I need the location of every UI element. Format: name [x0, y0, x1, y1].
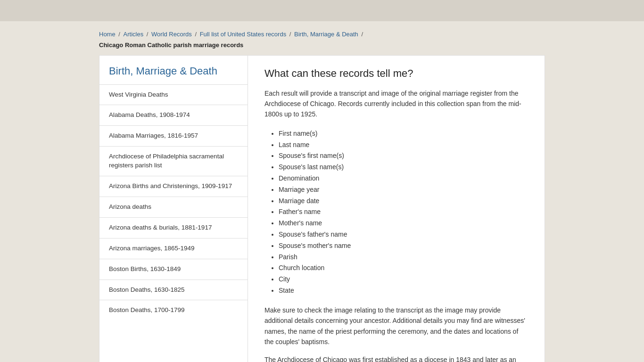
- sidebar-title: Birth, Marriage & Death: [99, 56, 248, 84]
- main-content: Birth, Marriage & Death West Virginia De…: [99, 55, 545, 362]
- list-item: Parish: [279, 252, 528, 263]
- content-title: What can these records tell me?: [264, 67, 528, 80]
- content-fields-list: First name(s) Last name Spouse's first n…: [279, 128, 528, 296]
- breadcrumb-current: Chicago Roman Catholic parish marriage r…: [99, 41, 545, 50]
- list-item: State: [279, 285, 528, 296]
- breadcrumb-us-records[interactable]: Full list of United States records: [200, 31, 287, 38]
- sidebar-link-arizona-deaths-burials[interactable]: Arizona deaths & burials, 1881-1917: [99, 218, 248, 238]
- sidebar-link-boston-births[interactable]: Boston Births, 1630-1849: [99, 259, 248, 280]
- list-item: City: [279, 274, 528, 285]
- list-item: West Virginia Deaths: [99, 84, 248, 105]
- breadcrumb-home[interactable]: Home: [99, 31, 116, 38]
- list-item: Boston Deaths, 1630-1825: [99, 280, 248, 300]
- list-item: Arizona marriages, 1865-1949: [99, 238, 248, 259]
- list-item: Marriage date: [279, 196, 528, 207]
- content-intro: Each result will provide a transcript an…: [264, 88, 528, 120]
- content-paragraph-1: Make sure to check the image relating to…: [264, 305, 528, 347]
- list-item: Marriage year: [279, 184, 528, 196]
- sep1: /: [118, 31, 122, 38]
- sidebar-link-archdiocese-philadelphia[interactable]: Archdiocese of Philadelphia sacramental …: [99, 147, 248, 176]
- list-item: Alabama Marriages, 1816-1957: [99, 125, 248, 146]
- content-paragraph-2: The Archdiocese of Chicago was first est…: [264, 354, 528, 362]
- list-item: Mother's name: [279, 218, 528, 229]
- list-item: Arizona deaths & burials, 1881-1917: [99, 217, 248, 238]
- list-item: Denomination: [279, 173, 528, 184]
- sep3: /: [195, 31, 198, 38]
- list-item: Boston Deaths, 1700-1799: [99, 300, 248, 321]
- list-item: Arizona deaths: [99, 197, 248, 217]
- list-item: Boston Births, 1630-1849: [99, 259, 248, 280]
- sep2: /: [147, 31, 150, 38]
- sidebar-link-arizona-deaths[interactable]: Arizona deaths: [99, 197, 248, 217]
- breadcrumb-articles[interactable]: Articles: [124, 31, 144, 38]
- list-item: Father's name: [279, 206, 528, 218]
- list-item: Spouse's mother's name: [279, 240, 528, 252]
- list-item: Archdiocese of Philadelphia sacramental …: [99, 146, 248, 176]
- breadcrumb-birth-marriage-death[interactable]: Birth, Marriage & Death: [294, 31, 358, 38]
- list-item: First name(s): [279, 128, 528, 140]
- breadcrumb-area: Home / Articles / World Records / Full l…: [0, 21, 644, 55]
- list-item: Arizona Births and Christenings, 1909-19…: [99, 176, 248, 197]
- top-bar: [0, 0, 644, 21]
- sidebar-link-alabama-deaths[interactable]: Alabama Deaths, 1908-1974: [99, 105, 248, 125]
- sidebar-list: West Virginia Deaths Alabama Deaths, 190…: [99, 84, 248, 321]
- list-item: Spouse's last name(s): [279, 162, 528, 173]
- sep4: /: [289, 31, 293, 38]
- sidebar-link-boston-deaths-1630[interactable]: Boston Deaths, 1630-1825: [99, 280, 248, 300]
- sidebar-link-alabama-marriages[interactable]: Alabama Marriages, 1816-1957: [99, 126, 248, 146]
- list-item: Alabama Deaths, 1908-1974: [99, 105, 248, 125]
- sidebar-link-boston-deaths-1700[interactable]: Boston Deaths, 1700-1799: [99, 300, 248, 321]
- breadcrumb-world-records[interactable]: World Records: [151, 31, 192, 38]
- sidebar-link-arizona-births[interactable]: Arizona Births and Christenings, 1909-19…: [99, 176, 248, 197]
- list-item: Spouse's first name(s): [279, 150, 528, 162]
- sidebar-link-west-virginia-deaths[interactable]: West Virginia Deaths: [99, 85, 248, 105]
- breadcrumb: Home / Articles / World Records / Full l…: [99, 30, 545, 50]
- sidebar-link-arizona-marriages[interactable]: Arizona marriages, 1865-1949: [99, 239, 248, 259]
- content-area: What can these records tell me? Each res…: [248, 55, 545, 362]
- list-item: Spouse's father's name: [279, 229, 528, 240]
- list-item: Last name: [279, 140, 528, 151]
- sidebar: Birth, Marriage & Death West Virginia De…: [99, 55, 248, 362]
- sep5: /: [361, 31, 363, 38]
- list-item: Church location: [279, 263, 528, 274]
